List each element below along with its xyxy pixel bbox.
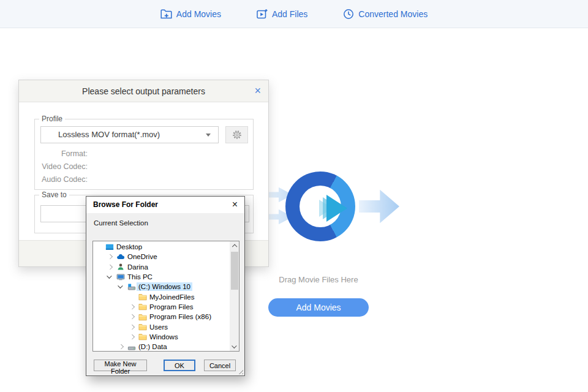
add-movies-toolbar-button[interactable]: Add Movies <box>160 9 221 19</box>
tree-item-label: (C:) Windows 10 <box>137 282 192 291</box>
folder-icon <box>137 293 148 301</box>
folder-tree: Desktop OneDrive Darina This PC (C:) Win… <box>92 241 239 352</box>
folder-icon <box>137 303 148 311</box>
tree-item-label: MyJoinedFiles <box>148 293 197 301</box>
cloud-icon <box>115 252 126 261</box>
tree-item-label: OneDrive <box>126 252 159 261</box>
converted-movies-toolbar-button[interactable]: Converted Movies <box>343 9 428 20</box>
top-toolbar: Add Movies Add Files Converted Movies <box>0 0 588 28</box>
profile-dropdown[interactable]: Lossless MOV format(*.mov) <box>40 126 219 143</box>
audio-codec-label: Audio Codec: <box>35 173 88 186</box>
browse-dialog-buttons: Make New Folder OK Cancel <box>94 360 236 371</box>
folder-tree-rows: Desktop OneDrive Darina This PC (C:) Win… <box>93 242 230 351</box>
app-window: Add Movies Add Files Converted Movies <box>0 0 588 392</box>
clock-icon <box>343 9 354 20</box>
expander-spacer <box>94 242 104 252</box>
chevron-down-icon <box>206 134 211 137</box>
profile-legend: Profile <box>39 115 65 123</box>
tree-item[interactable]: OneDrive <box>93 252 230 262</box>
chevron-down-icon[interactable] <box>105 272 115 282</box>
browse-for-folder-dialog: Browse For Folder × Current Selection De… <box>86 196 245 376</box>
resize-grip[interactable] <box>238 369 243 374</box>
browse-dialog-close-icon[interactable]: × <box>232 197 238 213</box>
add-files-toolbar-button[interactable]: Add Files <box>257 9 307 19</box>
scrollbar-down-icon[interactable] <box>230 342 239 351</box>
tree-item-label: Users <box>148 323 170 331</box>
gear-icon <box>232 129 243 140</box>
tree-item[interactable]: Desktop <box>93 242 230 252</box>
tree-item-label: Windows <box>148 333 180 341</box>
chevron-right-icon[interactable] <box>127 332 137 342</box>
chevron-right-icon[interactable] <box>116 342 126 351</box>
tree-item[interactable]: Program Files (x86) <box>93 312 230 322</box>
add-movies-button[interactable]: Add Movies <box>268 298 369 317</box>
tree-item-label: Darina <box>126 263 150 271</box>
output-dialog-title: Please select output parameters <box>19 80 268 102</box>
tree-item[interactable]: Darina <box>93 262 230 272</box>
converted-movies-toolbar-label: Converted Movies <box>358 9 428 19</box>
output-dialog-header: Please select output parameters × <box>19 80 268 102</box>
convert-play-logo-icon <box>285 172 355 241</box>
chevron-down-icon[interactable] <box>116 282 126 292</box>
folder-icon <box>137 323 148 331</box>
add-movies-toolbar-label: Add Movies <box>176 9 221 19</box>
tree-item[interactable]: (C:) Windows 10 <box>93 282 230 292</box>
current-selection-label: Current Selection <box>94 219 148 227</box>
tree-item[interactable]: Program Files <box>93 302 230 312</box>
tree-item[interactable]: MyJoinedFiles <box>93 292 230 301</box>
computer-icon <box>115 273 126 281</box>
flow-arrow-right <box>359 187 399 225</box>
cancel-button[interactable]: Cancel <box>204 360 236 371</box>
folder-icon <box>137 312 148 321</box>
chevron-right-icon[interactable] <box>127 302 137 312</box>
video-plus-icon <box>257 9 268 19</box>
tree-item[interactable]: Users <box>93 322 230 331</box>
chevron-right-icon[interactable] <box>127 322 137 332</box>
user-icon <box>115 263 126 271</box>
play-triangle-icon <box>326 195 347 222</box>
codec-info: Format: Video Codec: Audio Codec: <box>35 148 88 186</box>
tree-item[interactable]: (D:) Data <box>93 342 230 351</box>
video-codec-label: Video Codec: <box>35 160 88 173</box>
add-files-toolbar-label: Add Files <box>272 9 307 19</box>
format-label: Format: <box>35 148 88 160</box>
tree-item[interactable]: This PC <box>93 272 230 282</box>
browse-dialog-title: Browse For Folder <box>86 197 244 213</box>
expander-spacer <box>127 292 137 302</box>
tree-item-label: Program Files <box>148 303 195 311</box>
drive-windows-icon <box>126 282 137 291</box>
folder-icon <box>137 333 148 341</box>
browse-dialog-titlebar: Browse For Folder × <box>86 197 244 213</box>
tree-item-label: Desktop <box>115 243 144 251</box>
tree-item-label: This PC <box>126 273 154 281</box>
drive-icon <box>126 342 137 351</box>
profile-settings-button[interactable] <box>225 126 248 143</box>
chevron-right-icon[interactable] <box>127 312 137 322</box>
ok-button[interactable]: OK <box>164 360 195 371</box>
tree-item-label: (D:) Data <box>137 342 169 351</box>
desktop-icon <box>104 243 115 251</box>
tree-item-label: Program Files (x86) <box>148 312 213 321</box>
output-dialog-close-icon[interactable]: × <box>254 80 261 101</box>
scrollbar-thumb[interactable] <box>231 252 238 290</box>
save-to-legend: Save to <box>39 190 69 199</box>
make-new-folder-button[interactable]: Make New Folder <box>94 360 147 371</box>
drag-files-hint: Drag Movie Files Here <box>257 275 380 284</box>
profile-dropdown-value: Lossless MOV format(*.mov) <box>58 130 160 139</box>
chevron-right-icon[interactable] <box>105 262 115 272</box>
tree-item[interactable]: Windows <box>93 332 230 342</box>
scrollbar-up-icon[interactable] <box>230 241 239 251</box>
profile-groupbox: Profile Lossless MOV format(*.mov) Forma… <box>34 119 254 190</box>
chevron-right-icon[interactable] <box>105 252 115 262</box>
tree-scrollbar <box>230 241 239 351</box>
folder-plus-icon <box>160 9 172 19</box>
